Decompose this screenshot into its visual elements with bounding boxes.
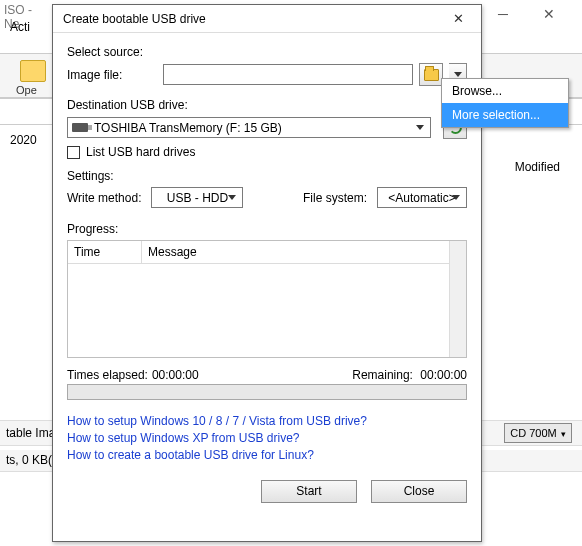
chevron-down-icon xyxy=(452,195,460,200)
create-bootable-dialog: Create bootable USB drive ✕ Select sourc… xyxy=(52,4,482,542)
remaining-label: Remaining: xyxy=(352,368,413,382)
bg-date: 2020 xyxy=(10,133,37,147)
dialog-close-button[interactable]: ✕ xyxy=(439,8,477,30)
bg-open-label: Ope xyxy=(16,84,37,96)
close-button[interactable]: Close xyxy=(371,480,467,503)
help-link-winxp[interactable]: How to setup Windows XP from USB drive? xyxy=(67,431,467,445)
open-folder-icon[interactable] xyxy=(20,60,46,82)
image-file-label: Image file: xyxy=(67,68,157,82)
select-source-label: Select source: xyxy=(67,45,467,59)
scrollbar[interactable] xyxy=(449,241,466,357)
dialog-title: Create bootable USB drive xyxy=(63,12,439,26)
bg-cd-size-combo[interactable]: CD 700M xyxy=(504,423,572,443)
bg-minimize-button[interactable]: ─ xyxy=(480,2,526,26)
dialog-titlebar[interactable]: Create bootable USB drive ✕ xyxy=(53,5,481,33)
chevron-down-icon xyxy=(228,195,236,200)
chevron-down-icon xyxy=(416,125,424,130)
list-hard-drives-label: List USB hard drives xyxy=(86,145,195,159)
bg-close-button[interactable]: ✕ xyxy=(526,2,572,26)
file-system-label: File system: xyxy=(303,191,367,205)
usb-drive-value: TOSHIBA TransMemory (F: 15 GB) xyxy=(94,121,282,135)
col-message-header[interactable]: Message xyxy=(142,241,203,263)
write-method-label: Write method: xyxy=(67,191,141,205)
usb-drive-combo[interactable]: TOSHIBA TransMemory (F: 15 GB) xyxy=(67,117,431,138)
menu-item-browse[interactable]: Browse... xyxy=(442,79,568,103)
help-link-win10[interactable]: How to setup Windows 10 / 8 / 7 / Vista … xyxy=(67,414,467,428)
write-method-combo[interactable]: USB - HDD xyxy=(151,187,243,208)
elapsed-label: Times elapsed: xyxy=(67,368,148,382)
folder-icon xyxy=(424,69,439,81)
browse-popup-menu: Browse... More selection... xyxy=(441,78,569,128)
start-button[interactable]: Start xyxy=(261,480,357,503)
usb-icon xyxy=(72,123,88,132)
progress-log[interactable]: Time Message xyxy=(67,240,467,358)
settings-label: Settings: xyxy=(67,169,467,183)
file-system-combo[interactable]: <Automatic> xyxy=(377,187,467,208)
progress-label: Progress: xyxy=(67,222,467,236)
col-time-header[interactable]: Time xyxy=(68,241,142,263)
elapsed-value: 00:00:00 xyxy=(152,368,199,382)
progress-bar xyxy=(67,384,467,400)
bg-app-title: ISO - Ne xyxy=(0,0,50,20)
chevron-down-icon xyxy=(454,72,462,77)
browse-image-button[interactable] xyxy=(419,63,443,86)
list-hard-drives-checkbox[interactable] xyxy=(67,146,80,159)
image-file-input[interactable] xyxy=(163,64,413,85)
help-link-linux[interactable]: How to create a bootable USB drive for L… xyxy=(67,448,467,462)
bg-column-modified[interactable]: Modified xyxy=(515,160,560,174)
destination-label: Destination USB drive: xyxy=(67,98,467,112)
remaining-value: 00:00:00 xyxy=(420,368,467,382)
menu-item-more-selection[interactable]: More selection... xyxy=(442,103,568,127)
